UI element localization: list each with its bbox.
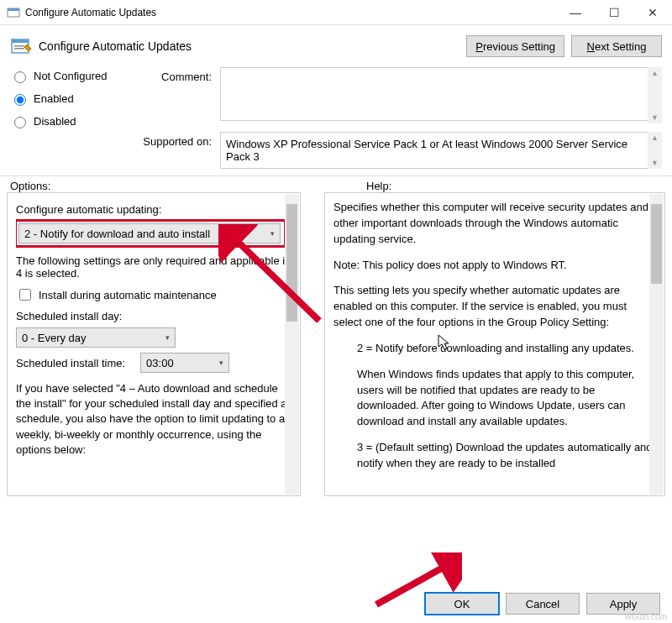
configure-updating-dropdown[interactable]: 2 - Notify for download and auto install… [18, 223, 281, 243]
not-configured-radio[interactable]: Not Configured [10, 69, 128, 83]
help-p1: Specifies whether this computer will rec… [333, 200, 656, 248]
comment-label: Comment: [128, 67, 220, 123]
cancel-button[interactable]: Cancel [506, 593, 580, 615]
options-panel: Configure automatic updating: 2 - Notify… [7, 192, 301, 496]
options-scrollbar[interactable] [285, 194, 299, 495]
scheduled-time-dropdown[interactable]: 03:00 ▾ [140, 353, 229, 373]
help-p6: 3 = (Default setting) Download the updat… [333, 440, 656, 472]
supported-label: Supported on: [128, 132, 220, 169]
minimize-button[interactable]: — [556, 0, 595, 25]
policy-title: Configure Automatic Updates [39, 39, 459, 53]
supported-value: Windows XP Professional Service Pack 1 o… [220, 132, 662, 169]
previous-setting-button[interactable]: Previous Setting [466, 35, 564, 57]
comment-scrollbar[interactable]: ▲▼ [648, 67, 662, 123]
ok-button[interactable]: OK [425, 593, 499, 615]
enabled-radio[interactable]: Enabled [10, 92, 128, 106]
window-icon [7, 6, 20, 19]
maximize-button[interactable]: ☐ [595, 0, 633, 25]
close-button[interactable]: ✕ [633, 0, 672, 25]
window-title: Configure Automatic Updates [25, 7, 556, 18]
supported-scrollbar[interactable]: ▲▼ [648, 132, 662, 169]
svg-rect-5 [14, 48, 24, 50]
watermark: wsxdn.com [625, 612, 667, 621]
help-section-label: Help: [336, 180, 662, 192]
help-panel: Specifies whether this computer will rec… [324, 192, 665, 496]
highlight-annotation: 2 - Notify for download and auto install… [16, 219, 286, 248]
below-note: If you have selected "4 – Auto download … [16, 381, 291, 458]
chevron-down-icon: ▾ [270, 229, 275, 238]
configure-updating-label: Configure automatic updating: [16, 203, 291, 216]
comment-input[interactable] [220, 67, 662, 121]
mouse-cursor [438, 334, 451, 351]
svg-rect-4 [14, 45, 24, 47]
help-p4: 2 = Notify before downloading and instal… [333, 341, 656, 357]
svg-rect-1 [8, 8, 19, 11]
help-scrollbar[interactable] [649, 194, 664, 495]
scheduled-day-label: Scheduled install day: [16, 310, 291, 322]
next-setting-button[interactable]: Next Setting [571, 35, 662, 57]
help-p2: Note: This policy does not apply to Wind… [333, 258, 656, 274]
chevron-down-icon: ▾ [219, 359, 223, 367]
help-p3: This setting lets you specify whether au… [333, 283, 656, 331]
disabled-radio[interactable]: Disabled [10, 114, 128, 128]
options-section-label: Options: [10, 180, 336, 192]
required-note: The following settings are only required… [16, 254, 291, 280]
install-maintenance-checkbox[interactable]: Install during automatic maintenance [16, 286, 291, 303]
policy-icon [10, 36, 34, 56]
scheduled-time-label: Scheduled install time: [16, 357, 125, 369]
help-p5: When Windows finds updates that apply to… [333, 367, 656, 430]
scheduled-day-dropdown[interactable]: 0 - Every day ▾ [16, 327, 176, 348]
svg-rect-3 [12, 39, 29, 43]
chevron-down-icon: ▾ [165, 333, 170, 342]
